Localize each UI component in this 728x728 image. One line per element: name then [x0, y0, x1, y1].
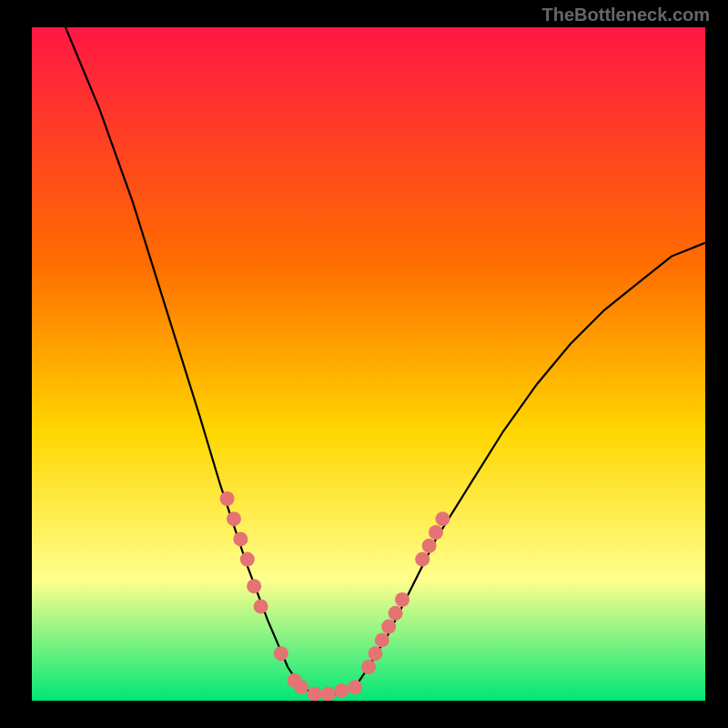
- data-marker: [389, 606, 403, 621]
- data-marker: [415, 552, 430, 567]
- data-marker: [361, 660, 376, 674]
- chart-plot-area: [32, 27, 705, 701]
- data-marker: [233, 531, 248, 546]
- data-marker: [240, 552, 255, 567]
- data-marker: [375, 632, 389, 647]
- data-marker: [334, 683, 349, 698]
- data-marker: [274, 646, 288, 661]
- gradient-background: [32, 27, 705, 701]
- data-marker: [254, 599, 268, 613]
- bottleneck-chart: [32, 27, 705, 701]
- data-marker: [422, 539, 437, 553]
- data-marker: [308, 687, 322, 701]
- data-marker: [220, 491, 235, 506]
- data-marker: [435, 511, 450, 526]
- data-marker: [247, 579, 261, 593]
- data-marker: [368, 646, 382, 661]
- data-marker: [294, 680, 308, 694]
- data-marker: [227, 511, 241, 526]
- data-marker: [429, 525, 443, 540]
- data-marker: [321, 687, 336, 701]
- data-marker: [395, 592, 410, 607]
- data-marker: [348, 680, 362, 694]
- data-marker: [381, 620, 396, 634]
- watermark-text: TheBottleneck.com: [542, 5, 710, 25]
